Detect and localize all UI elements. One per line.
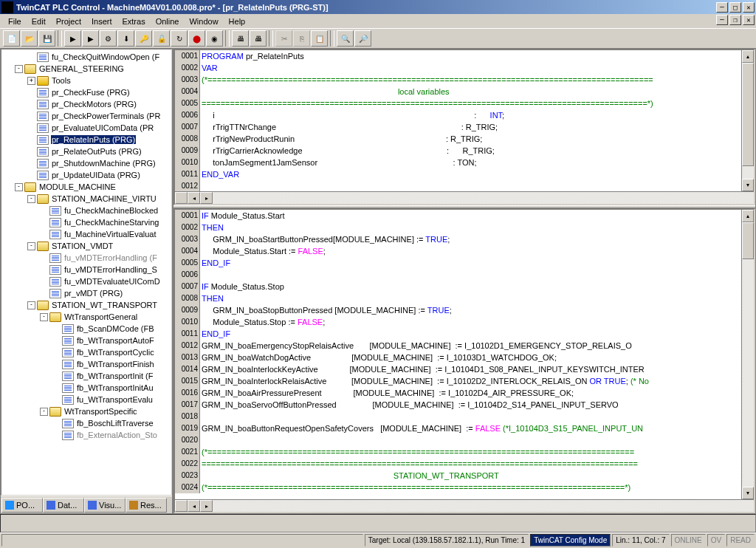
maximize-button[interactable]: □ bbox=[729, 2, 741, 13]
tree-item[interactable]: fb_WtTransportCyclic bbox=[3, 346, 170, 358]
status-read: READ bbox=[726, 534, 755, 547]
tool-find[interactable]: 🔍 bbox=[337, 30, 354, 47]
tree-tab[interactable]: Visu... bbox=[84, 498, 126, 513]
tool-stop[interactable]: ⬤ bbox=[188, 30, 205, 47]
menu-extras[interactable]: Extras bbox=[117, 16, 150, 27]
tree-item[interactable]: pr_RelateOutPuts (PRG) bbox=[3, 145, 170, 157]
tree-tab[interactable]: Dat... bbox=[43, 498, 84, 513]
tool-logout[interactable]: 🔓 bbox=[153, 30, 170, 47]
tree-item[interactable]: fu_MachineVirtualEvaluat bbox=[3, 228, 170, 240]
tree-item[interactable]: fb_BoschLiftTraverse bbox=[3, 417, 170, 429]
tool-build[interactable]: ⚙ bbox=[100, 30, 117, 47]
tree-item[interactable]: fu_CheckMachineBlocked bbox=[3, 205, 170, 216]
tool-run[interactable]: ▶ bbox=[64, 30, 81, 47]
toolbar: 📄 📂 💾 ▶ ▶ ⚙ ⬇ 🔑 🔓 ↻ ⬤ ◉ 🖶 🖶 ✂ ⎘ 📋 🔍 🔎 bbox=[0, 28, 756, 49]
menu-insert[interactable]: Insert bbox=[86, 16, 117, 27]
tree-item[interactable]: pr_CheckPowerTerminals (PR bbox=[3, 110, 170, 122]
menu-file[interactable]: File bbox=[3, 16, 27, 27]
tree-item[interactable]: pr_CheckMotors (PRG) bbox=[3, 98, 170, 110]
menu-edit[interactable]: Edit bbox=[27, 16, 51, 27]
tree-item[interactable]: fb_ExternalAction_Sto bbox=[3, 429, 170, 441]
menu-window[interactable]: Window bbox=[184, 16, 223, 27]
app-icon bbox=[1, 1, 13, 13]
tool-cut[interactable]: ✂ bbox=[275, 30, 292, 47]
tree-item[interactable]: pr_vMDT (PRG) bbox=[3, 287, 170, 299]
tree-item[interactable]: pr_EvaluateUIComData (PR bbox=[3, 122, 170, 134]
body-hscroll[interactable]: ◂▸ bbox=[175, 499, 754, 512]
tree-tab[interactable]: PO... bbox=[1, 498, 43, 513]
project-tree[interactable]: fu_CheckQuitWindowOpen (F-GENERAL_STEERI… bbox=[1, 49, 172, 496]
tool-print[interactable]: 🖶 bbox=[232, 30, 249, 47]
declaration-editor[interactable]: 0001PROGRAM pr_RelateInPuts0002VAR0003(*… bbox=[173, 49, 755, 205]
tree-item[interactable]: -STATION_MACHINE_VIRTU bbox=[3, 193, 170, 205]
tree-item[interactable]: pr_RelateInPuts (PRG) bbox=[3, 134, 170, 145]
tool-new[interactable]: 📄 bbox=[3, 30, 20, 47]
tree-item[interactable]: +Tools bbox=[3, 75, 170, 86]
menu-project[interactable]: Project bbox=[51, 16, 86, 27]
tree-item[interactable]: -WtTransportGeneral bbox=[3, 311, 170, 323]
tree-item[interactable]: pr_CheckFuse (PRG) bbox=[3, 86, 170, 98]
menu-help[interactable]: Help bbox=[224, 16, 251, 27]
tool-open[interactable]: 📂 bbox=[21, 30, 38, 47]
mdi-minimize-button[interactable]: ─ bbox=[716, 15, 728, 25]
tree-item[interactable]: -GENERAL_STEERING bbox=[3, 63, 170, 75]
status-cursor-pos: Lin.: 11, Col.: 7 bbox=[612, 534, 669, 547]
tree-item[interactable]: fu_WtTransportEvalu bbox=[3, 394, 170, 405]
tree-item[interactable]: -WtTransportSpecific bbox=[3, 405, 170, 417]
titlebar: TwinCAT PLC Control - MachineM04V01.00.0… bbox=[0, 0, 756, 14]
menubar: FileEditProjectInsertExtrasOnlineWindowH… bbox=[0, 14, 756, 28]
mdi-close-button[interactable]: ✕ bbox=[743, 15, 755, 25]
mdi-restore-button[interactable]: ❐ bbox=[729, 15, 741, 25]
tree-item[interactable]: pr_ShutdownMachine (PRG) bbox=[3, 157, 170, 169]
title-text: TwinCAT PLC Control - MachineM04V01.00.0… bbox=[16, 3, 716, 12]
tree-item[interactable]: fb_ScanDMCode (FB bbox=[3, 323, 170, 335]
tree-item[interactable]: -STATION_WT_TRANSPORT bbox=[3, 299, 170, 311]
tool-findnext[interactable]: 🔎 bbox=[354, 30, 371, 47]
tree-tab-bar: PO...Dat...Visu...Res... bbox=[1, 496, 172, 513]
tool-paste[interactable]: 📋 bbox=[311, 30, 328, 47]
tree-item[interactable]: fu_CheckQuitWindowOpen (F bbox=[3, 51, 170, 63]
tool-print2[interactable]: 🖶 bbox=[250, 30, 267, 47]
message-bar bbox=[0, 514, 756, 532]
tree-item[interactable]: fb_WtTransportFinish bbox=[3, 358, 170, 370]
tool-save[interactable]: 💾 bbox=[38, 30, 55, 47]
tree-item[interactable]: fu_vMDTErrorHandling_S bbox=[3, 264, 170, 275]
tool-login[interactable]: 🔑 bbox=[135, 30, 152, 47]
decl-hscroll[interactable]: ◂▸ bbox=[175, 191, 754, 204]
menu-online[interactable]: Online bbox=[151, 16, 185, 27]
tree-item[interactable]: -MODULE_MACHINE bbox=[3, 181, 170, 193]
close-button[interactable]: ✕ bbox=[743, 2, 755, 13]
tree-item[interactable]: pr_UpdateUIData (PRG) bbox=[3, 169, 170, 181]
tool-download[interactable]: ⬇ bbox=[117, 30, 134, 47]
tree-item[interactable]: -STATION_VMDT bbox=[3, 240, 170, 252]
tree-item[interactable]: fu_vMDTEvaluateUIComD bbox=[3, 275, 170, 287]
body-editor[interactable]: 0001IF Module_Status.Start0002THEN0003 G… bbox=[173, 208, 755, 513]
status-ov: OV bbox=[707, 534, 725, 547]
status-target: Target: Local (139.158.57.182.1.1), Run … bbox=[365, 534, 529, 547]
tool-bp[interactable]: ◉ bbox=[206, 30, 223, 47]
tree-item[interactable]: fb_WtTransportAutoF bbox=[3, 335, 170, 346]
minimize-button[interactable]: ─ bbox=[716, 2, 728, 13]
body-vscroll[interactable]: ▴ ▾ bbox=[741, 210, 754, 499]
tree-item[interactable]: fb_WtTransportInit (F bbox=[3, 370, 170, 382]
tree-tab[interactable]: Res... bbox=[126, 498, 167, 513]
status-mode: TwinCAT Config Mode bbox=[530, 534, 611, 547]
status-online: ONLINE bbox=[671, 534, 706, 547]
project-tree-pane: fu_CheckQuitWindowOpen (F-GENERAL_STEERI… bbox=[1, 49, 173, 513]
tree-item[interactable]: fu_vMDTErrorHandling (F bbox=[3, 252, 170, 264]
tool-run2[interactable]: ▶ bbox=[82, 30, 99, 47]
tool-copy[interactable]: ⎘ bbox=[293, 30, 310, 47]
decl-vscroll[interactable]: ▴ ▾ bbox=[741, 50, 754, 191]
tool-cycle[interactable]: ↻ bbox=[171, 30, 188, 47]
tree-item[interactable]: fb_WtTransportInitAu bbox=[3, 382, 170, 394]
tree-item[interactable]: fu_CheckMachineStarving bbox=[3, 216, 170, 228]
statusbar: Target: Local (139.158.57.182.1.1), Run … bbox=[0, 532, 756, 547]
